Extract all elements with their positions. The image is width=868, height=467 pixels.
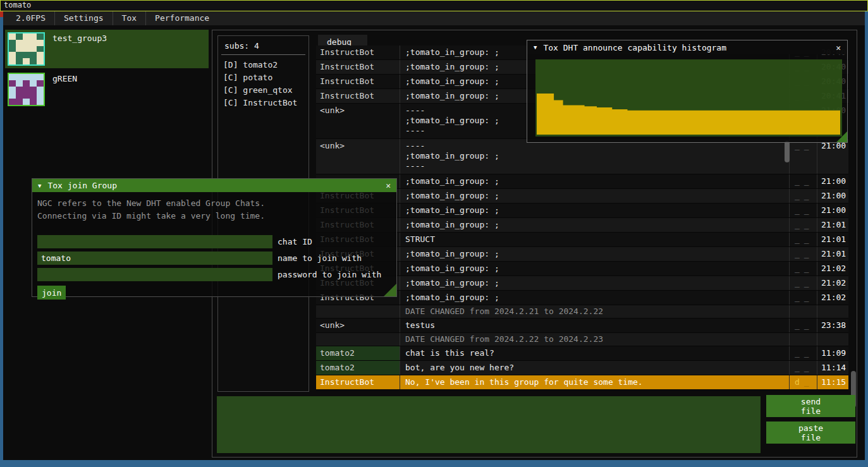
avatar-pixel <box>37 80 44 87</box>
chat-row-flags: __ <box>789 276 817 290</box>
chat-row[interactable]: InstructBotNo, I've been in this group f… <box>316 375 848 390</box>
chat-row[interactable]: tomato2chat is this real?__11:09 <box>316 346 848 361</box>
flag-1: _ <box>795 293 800 305</box>
chat-row-time: 21:00 <box>817 174 848 188</box>
group-name-label: test_group3 <box>52 33 107 68</box>
chat-row-flags: __ <box>789 262 817 276</box>
flag-2: _ <box>804 191 809 203</box>
flag-1: _ <box>795 279 800 290</box>
chat-row-time: 21:02 <box>817 276 848 290</box>
avatar-pixel <box>30 99 37 105</box>
member-list-item[interactable]: [C] potato <box>218 71 309 84</box>
join-button[interactable]: join <box>37 286 66 300</box>
avatar-pixel <box>9 58 16 64</box>
flag-2: _ <box>804 264 809 276</box>
chat-row-time: 21:01 <box>817 247 848 261</box>
join-password-input[interactable] <box>37 268 272 281</box>
avatar-pixel <box>16 99 23 105</box>
chat-row-author <box>316 333 400 346</box>
paste-file-button[interactable]: paste file <box>766 422 855 444</box>
join-intro-line: Connecting via ID might take a very long… <box>37 210 391 222</box>
flag-2: _ <box>804 177 809 188</box>
chat-row-message: ;tomato_in_group: ; <box>400 276 789 290</box>
red-notch <box>0 11 3 17</box>
chat-row-author: InstructBot <box>316 375 400 389</box>
avatar-pixel <box>9 87 16 93</box>
flag-1: d <box>795 378 800 389</box>
app-titlebar[interactable]: tomato <box>0 0 868 11</box>
chat-row-flags: d_ <box>789 375 817 389</box>
chat-row-author: InstructBot <box>316 60 400 74</box>
resize-grip[interactable] <box>384 284 396 296</box>
member-list-item[interactable]: [D] tomato2 <box>218 59 309 71</box>
join-intro-line: NGC refers to the New DHT enabled Group … <box>37 197 391 210</box>
flag-1: _ <box>795 191 800 203</box>
member-list-item[interactable]: [C] InstructBot <box>218 97 309 109</box>
collapse-arrow-icon[interactable]: ▼ <box>534 44 537 51</box>
chat-row-time: 21:02 <box>817 262 848 276</box>
message-scrollbar-thumb[interactable] <box>785 141 790 162</box>
join-name-label: name to join with <box>278 253 362 263</box>
dht-histogram-title: Tox DHT announce capability histogram <box>543 43 726 52</box>
flag-2: _ <box>804 279 809 290</box>
chat-id-input[interactable] <box>37 235 272 248</box>
join-group-titlebar[interactable]: ▼ Tox join Group ✕ <box>32 179 396 192</box>
histogram-plot <box>535 59 842 136</box>
avatar-pixel <box>23 33 30 40</box>
avatar-pixel <box>37 52 44 58</box>
flag-2: _ <box>804 293 809 305</box>
send-file-button[interactable]: send file <box>766 395 855 417</box>
chat-row[interactable]: tomato2bot, are you new here?__11:14 <box>316 361 848 375</box>
chat-row-time: 21:01 <box>817 233 848 246</box>
member-list-item[interactable]: [C] green_qtox <box>218 84 309 97</box>
join-name-input[interactable] <box>37 252 272 265</box>
chat-row-author: tomato2 <box>316 361 400 375</box>
message-input[interactable] <box>217 396 761 453</box>
chat-row-message: testus <box>400 318 789 332</box>
chat-row[interactable]: <unk>testus__23:38 <box>316 318 848 333</box>
avatar-pixel <box>9 33 16 40</box>
chat-row-time: 21:00 <box>817 203 848 217</box>
flag-2: _ <box>804 206 809 217</box>
menu-item-settings[interactable]: Settings <box>55 11 113 25</box>
chat-row-flags: __ <box>789 203 817 217</box>
avatar-pixel <box>9 74 16 80</box>
flag-1: _ <box>795 177 800 188</box>
chat-row[interactable]: <unk>---- ;tomato_in_group: ; ----__21:0… <box>316 139 848 174</box>
menu-item-performance[interactable]: Performance <box>146 11 218 25</box>
chat-row-message: STRUCT <box>400 233 789 246</box>
menu-item-tox[interactable]: Tox <box>113 11 145 25</box>
left-edge-border <box>0 17 3 460</box>
menu-bar: 2.0FPSSettingsToxPerformance <box>3 11 865 25</box>
avatar-pixel <box>16 52 23 58</box>
collapse-arrow-icon[interactable]: ▼ <box>38 183 41 189</box>
group-name-label: gREEN <box>52 74 77 107</box>
avatar-pixel <box>16 40 23 46</box>
avatar-pixel <box>23 99 30 105</box>
avatar-pixel <box>16 87 23 93</box>
group-row-test_group3[interactable]: test_group3 <box>5 30 209 68</box>
chat-row-message: DATE CHANGED from 2024.2.21 to 2024.2.22 <box>400 305 789 318</box>
dht-histogram-titlebar[interactable]: ▼ Tox DHT announce capability histogram … <box>527 40 847 54</box>
avatar-pixel <box>30 92 37 99</box>
member-list: [D] tomato2[C] potato[C] green_qtox[C] I… <box>218 59 309 109</box>
group-row-gREEN[interactable]: gREEN <box>5 70 209 107</box>
app-window: tomato 2.0FPSSettingsToxPerformance test… <box>0 0 868 467</box>
subs-count-label: subs: 4 <box>218 36 309 54</box>
chat-row-message: ;tomato_in_group: ; <box>400 189 789 203</box>
chat-row-time <box>817 333 848 346</box>
menu-item-2-0fps[interactable]: 2.0FPS <box>7 11 54 25</box>
date-changed-row[interactable]: DATE CHANGED from 2024.2.22 to 2024.2.23 <box>316 333 848 346</box>
flag-2: _ <box>804 250 809 261</box>
chat-row-flags: __ <box>789 174 817 188</box>
close-icon[interactable]: ✕ <box>386 181 391 190</box>
close-icon[interactable]: ✕ <box>836 43 841 52</box>
date-changed-row[interactable]: DATE CHANGED from 2024.2.21 to 2024.2.22 <box>316 305 848 318</box>
avatar-pixel <box>9 99 16 105</box>
chat-row-time: 21:00 <box>817 139 848 174</box>
avatar-pixel <box>16 58 23 64</box>
chat-row-author: tomato2 <box>316 346 400 360</box>
avatar-pixel <box>30 40 37 46</box>
chat-row-message: ;tomato_in_group: ; <box>400 291 789 305</box>
resize-grip[interactable] <box>836 131 847 142</box>
